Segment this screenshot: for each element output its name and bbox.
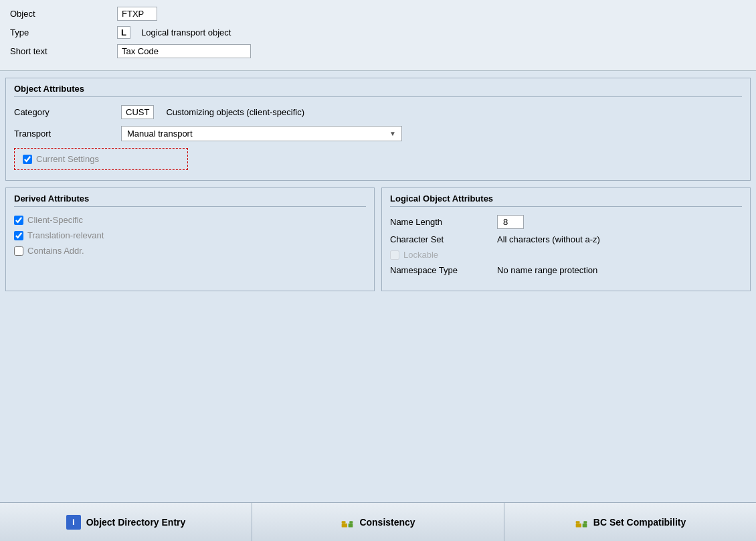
lockable-checkbox[interactable]	[390, 250, 399, 260]
btn1-label: Object Directory Entry	[86, 517, 186, 528]
object-directory-entry-button[interactable]: i Object Directory Entry	[0, 503, 252, 541]
derived-attributes-panel: Derived Attributes Client-Specific Trans…	[5, 187, 375, 291]
object-attributes-title: Object Attributes	[14, 84, 742, 97]
category-row: Category CUST Customizing objects (clien…	[14, 105, 742, 119]
object-label: Object	[10, 9, 117, 19]
svg-rect-3	[350, 521, 353, 523]
derived-attributes-title: Derived Attributes	[14, 194, 366, 207]
character-set-value: All characters (without a-z)	[497, 234, 600, 244]
object-attributes-section: Object Attributes Category CUST Customiz…	[5, 78, 751, 181]
svg-rect-2	[349, 523, 353, 527]
bc-set-compatibility-button[interactable]: BC Set Compatibility	[504, 503, 756, 541]
logical-attributes-title: Logical Object Attributes	[390, 194, 742, 207]
consistency-icon	[341, 516, 354, 529]
name-length-label: Name Length	[390, 217, 497, 227]
lockable-row: Lockable	[390, 250, 742, 260]
client-specific-checkbox[interactable]	[14, 216, 23, 225]
transport-row: Transport Manual transport ▼	[14, 126, 742, 141]
contains-addr-row: Contains Addr.	[14, 246, 366, 256]
current-settings-checkbox[interactable]	[23, 155, 32, 164]
transport-dropdown[interactable]: Manual transport ▼	[121, 126, 402, 141]
lockable-label: Lockable	[403, 250, 438, 260]
namespace-type-label: Namespace Type	[390, 265, 497, 275]
short-text-row: Short text Tax Code	[10, 44, 746, 58]
namespace-type-row: Namespace Type No name range protection	[390, 265, 742, 275]
category-label: Category	[14, 107, 121, 117]
translation-relevant-row: Translation-relevant	[14, 230, 366, 240]
logical-attributes-panel: Logical Object Attributes Name Length 8 …	[381, 187, 751, 291]
current-settings-label: Current Settings	[36, 154, 99, 164]
svg-rect-7	[583, 521, 587, 523]
client-specific-row: Client-Specific	[14, 215, 366, 225]
short-text-label: Short text	[10, 46, 117, 56]
transport-value: Manual transport	[127, 129, 193, 139]
consistency-button[interactable]: Consistency	[252, 503, 504, 541]
object-value: FTXP	[117, 7, 157, 21]
bottom-panels: Derived Attributes Client-Specific Trans…	[5, 187, 751, 291]
short-text-value: Tax Code	[117, 44, 251, 58]
bc-set-icon	[575, 516, 588, 529]
namespace-type-value: No name range protection	[497, 265, 597, 275]
category-description: Customizing objects (client-specific)	[166, 107, 304, 117]
footer: i Object Directory Entry Consistency BC …	[0, 502, 756, 541]
svg-rect-5	[575, 521, 579, 523]
client-specific-label: Client-Specific	[27, 215, 83, 225]
type-row: Type L Logical transport object	[10, 26, 746, 39]
translation-relevant-label: Translation-relevant	[27, 230, 104, 240]
category-code: CUST	[121, 105, 154, 119]
contains-addr-label: Contains Addr.	[27, 246, 84, 256]
svg-rect-6	[582, 523, 587, 527]
contains-addr-checkbox[interactable]	[14, 246, 23, 256]
type-label: Type	[10, 27, 117, 37]
current-settings-area: Current Settings	[14, 148, 188, 170]
btn2-label: Consistency	[359, 517, 415, 528]
translation-relevant-checkbox[interactable]	[14, 231, 23, 240]
name-length-row: Name Length 8	[390, 215, 742, 229]
character-set-label: Character Set	[390, 234, 497, 244]
btn3-label: BC Set Compatibility	[593, 517, 686, 528]
type-code: L	[117, 26, 130, 39]
transport-label: Transport	[14, 129, 121, 139]
svg-rect-4	[575, 523, 581, 527]
info-icon: i	[66, 515, 81, 530]
character-set-row: Character Set All characters (without a-…	[390, 234, 742, 244]
svg-rect-0	[342, 523, 347, 527]
object-row: Object FTXP	[10, 7, 746, 21]
name-length-value: 8	[497, 215, 524, 229]
type-description: Logical transport object	[141, 27, 231, 37]
svg-rect-1	[342, 521, 346, 523]
dropdown-arrow-icon: ▼	[389, 130, 396, 137]
